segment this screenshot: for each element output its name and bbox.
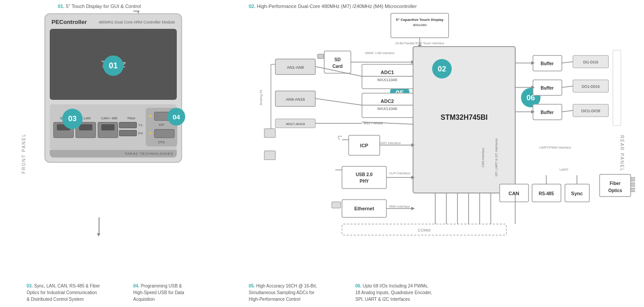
right-panel: 02. High-Performance Dual-Core 480MHz (M… <box>244 0 644 307</box>
svg-text:SWD Interface: SWD Interface <box>379 141 401 145</box>
svg-text:eMMC 1-Bit Interface: eMMC 1-Bit Interface <box>365 51 394 55</box>
svg-text:PHY: PHY <box>360 179 369 184</box>
device-box: PEController 480MHz Dual Core ARM Contro… <box>44 13 182 163</box>
svg-text:COMM: COMM <box>418 228 431 232</box>
annotation-03: 03. Sync, LAN, CAN, RS-485 & Fiber Optic… <box>27 283 115 303</box>
svg-rect-59 <box>332 202 341 208</box>
svg-text:ICP: ICP <box>360 143 368 148</box>
device-ports-area: 03 SYNC LAN CAN / 485 Fiber <box>50 104 177 150</box>
svg-text:24-Bit Parallel RGB Touch Inte: 24-Bit Parallel RGB Touch Interface <box>395 42 444 45</box>
svg-text:Buffer: Buffer <box>541 86 554 91</box>
svg-rect-86 <box>631 188 635 192</box>
svg-text:ADC1: ADC1 <box>381 70 394 75</box>
svg-text:DI1-DI16: DI1-DI16 <box>583 60 598 64</box>
svg-text:AN9-AN16: AN9-AN16 <box>286 97 305 102</box>
svg-text:STM32H745BI: STM32H745BI <box>441 114 488 121</box>
usb-icon-1: ⚡ <box>148 114 152 118</box>
ports-right: 04 ⚡ ICP ⚡ OTG <box>146 108 177 146</box>
svg-text:RS-485: RS-485 <box>539 191 554 196</box>
svg-text:USB 2.0: USB 2.0 <box>356 172 373 177</box>
device-header: PEController 480MHz Dual Core ARM Contro… <box>50 19 177 25</box>
badge-01: 01 <box>103 55 123 76</box>
rear-panel-label: REAR PANEL <box>620 135 624 172</box>
svg-text:UART: UART <box>560 168 569 172</box>
svg-text:800x480: 800x480 <box>413 23 427 27</box>
svg-text:CAN: CAN <box>509 191 519 196</box>
svg-text:UART/PWM Interface: UART/PWM Interface <box>539 146 571 150</box>
svg-text:Ethernet: Ethernet <box>354 206 374 211</box>
device-wrapper: PEController 480MHz Dual Core ARM Contro… <box>44 13 182 163</box>
icp-label: ICP <box>159 123 164 126</box>
svg-text:Optics: Optics <box>608 188 622 193</box>
svg-rect-84 <box>631 177 635 181</box>
rj45-can <box>98 122 118 138</box>
svg-text:MAX11046: MAX11046 <box>378 78 398 82</box>
otg-label: OTG <box>158 141 165 144</box>
svg-text:Sync: Sync <box>571 191 583 196</box>
usb-icon-2: ⚡ <box>148 132 152 135</box>
device-footer-text: TARAZ TECHNOLOGIES <box>125 152 173 156</box>
ann02-num: 02. <box>249 4 255 9</box>
svg-marker-58 <box>411 207 415 210</box>
svg-text:Analog IN: Analog IN <box>259 90 263 105</box>
fiber-rx-label: RX <box>138 131 143 135</box>
svg-text:Card: Card <box>333 64 343 69</box>
svg-line-101 <box>562 62 573 63</box>
label-can: CAN / 485 <box>99 116 119 120</box>
device-subtitle: 480MHz Dual Core ARM Controller Module <box>99 20 175 24</box>
svg-rect-108 <box>613 50 621 126</box>
svg-text:AN1-AN8: AN1-AN8 <box>287 65 304 70</box>
device-screen: Taraz 01 <box>50 29 177 100</box>
svg-text:MAX11046: MAX11046 <box>378 106 398 111</box>
annotation-04: 04. Programming USB & High-Speed USB for… <box>133 283 213 303</box>
front-panel-label: FRONT PANEL <box>21 133 26 173</box>
svg-text:DIO1-DIO8: DIO1-DIO8 <box>581 109 600 113</box>
ann02-text: High-Performance Dual-Core 480MHz (M7) /… <box>257 4 417 9</box>
svg-line-104 <box>562 86 573 87</box>
fiber-port-area: TX RX <box>120 122 142 138</box>
svg-rect-85 <box>631 183 635 186</box>
svg-text:AN17-AN18: AN17-AN18 <box>286 122 305 126</box>
fiber-tx-label: TX <box>138 123 143 127</box>
badge-04: 04 <box>167 108 185 126</box>
annotation-05: 05. High Accuracy 16CH @ 16-Bit, Simulta… <box>249 283 346 303</box>
svg-line-107 <box>562 110 573 112</box>
annotation-02: 02. High-Performance Dual-Core 480MHz (M… <box>249 4 417 9</box>
svg-text:ULPI Interface: ULPI Interface <box>389 171 410 175</box>
connector-ann01-h <box>133 11 139 12</box>
svg-text:5" Capacitive Touch Display: 5" Capacitive Touch Display <box>396 18 444 22</box>
label-fiber: Fiber <box>122 116 141 120</box>
svg-text:DO1-D016: DO1-D016 <box>582 84 600 89</box>
svg-text:Fiber: Fiber <box>610 181 621 186</box>
svg-text:SD: SD <box>334 57 341 62</box>
svg-rect-3 <box>324 51 351 73</box>
annotation-01: 01. 5" Touch Display for GUI & Control <box>58 4 141 9</box>
otg-row: ⚡ <box>148 128 175 139</box>
connector-bottom-1 <box>99 217 99 235</box>
svg-text:02: 02 <box>438 65 446 73</box>
ann01-text: 5" Touch Display for GUI & Control <box>66 4 141 9</box>
svg-text:ADC2: ADC2 <box>381 98 394 104</box>
device-brand: PEController <box>52 19 87 25</box>
device-footer: TARAZ TECHNOLOGIES <box>50 150 177 157</box>
svg-text:SPI, UART & I2C Interfaces: SPI, UART & I2C Interfaces <box>495 138 498 177</box>
svg-text:Buffer: Buffer <box>541 61 554 66</box>
svg-rect-48 <box>342 166 386 189</box>
block-diagram: 5" Capacitive Touch Display 800x480 SD C… <box>249 11 635 260</box>
left-panel: FRONT PANEL 01. 5" Touch Display for GUI… <box>0 0 244 307</box>
badge-03: 03 <box>62 109 83 129</box>
svg-text:RMII Interface: RMII Interface <box>389 205 410 209</box>
arrow-bottom-1 <box>97 233 100 236</box>
annotation-06: 06. Upto 68 I/Os Including 24 PWMs, 18 A… <box>355 283 457 303</box>
svg-text:CAN Interface: CAN Interface <box>481 148 485 167</box>
otg-usb-port <box>154 129 175 138</box>
fiber-rx-port <box>119 130 137 136</box>
svg-rect-112 <box>264 151 275 160</box>
svg-rect-6 <box>318 54 324 59</box>
ann01-num: 01. <box>58 4 64 9</box>
svg-text:Buffer: Buffer <box>541 110 554 115</box>
main-container: FRONT PANEL 01. 5" Touch Display for GUI… <box>0 0 644 307</box>
svg-line-37 <box>315 98 362 105</box>
svg-rect-111 <box>264 129 275 138</box>
fiber-tx-port <box>119 122 137 128</box>
